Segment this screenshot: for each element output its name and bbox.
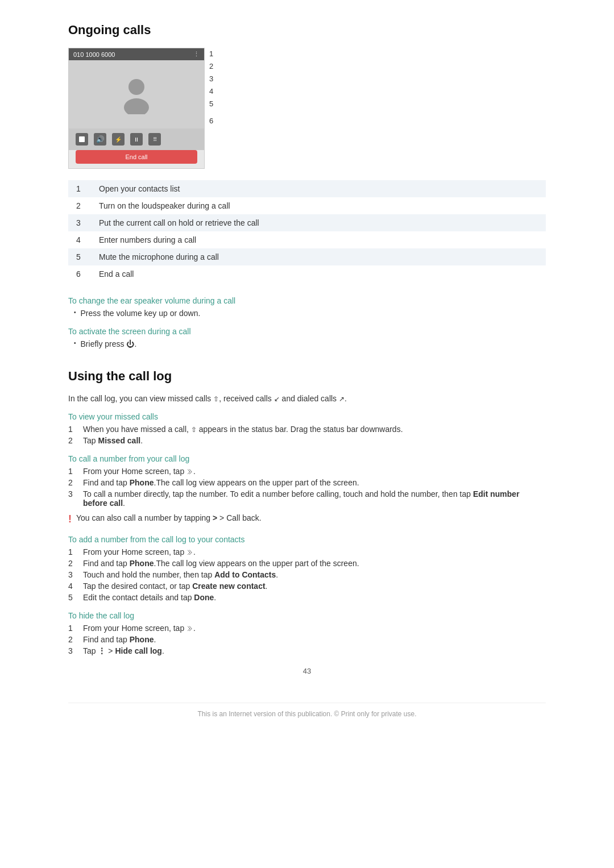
ear-speaker-text: Press the volume key up or down. (81, 309, 201, 318)
call-back-note: ! You can also call a number by tapping … (68, 513, 546, 526)
marker-3: 3 (209, 73, 213, 85)
bullet-dot-1: • (74, 309, 76, 315)
add-to-contacts-list: 1 From your Home screen, tap ⨠. 2 Find a… (68, 547, 546, 602)
row-number: 3 (68, 214, 91, 231)
row-text: Open your contacts list (91, 180, 546, 197)
screen-activate-text: Briefly press ⏻. (81, 339, 137, 348)
row-text: Mute the microphone during a call (91, 248, 546, 265)
list-item: 3 Tap ⋮ > Hide call log. (68, 646, 546, 655)
contacts-icon (76, 133, 88, 146)
phone-menu-icon: ⋮ (193, 51, 200, 58)
ear-speaker-bullet: • Press the volume key up or down. (74, 309, 546, 318)
note-text: You can also call a number by tapping > … (76, 513, 262, 522)
phone-mockup: 010 1000 6000 ⋮ 🔊 ⚡ (68, 48, 205, 169)
hide-call-log-heading: To hide the call log (68, 611, 546, 620)
svg-point-1 (124, 98, 149, 114)
dialed-call-icon: ↗ (339, 395, 345, 403)
svg-rect-2 (79, 136, 85, 142)
end-call-button: End call (76, 150, 197, 164)
marker-4: 4 (209, 85, 213, 98)
ear-speaker-subsection: To change the ear speaker volume during … (68, 296, 546, 318)
ongoing-calls-table: 1Open your contacts list2Turn on the lou… (68, 180, 546, 283)
phone-top-bar: 010 1000 6000 ⋮ (69, 48, 204, 60)
screen-activate-subsection: To activate the screen during a call • B… (68, 327, 546, 348)
marker-1: 1 (209, 48, 213, 60)
row-text: End a call (91, 265, 546, 283)
list-item: 2 Find and tap Phone.The call log view a… (68, 559, 546, 568)
row-number: 1 (68, 180, 91, 197)
phone-controls-row: 🔊 ⚡ ⏸ ⠿ (69, 128, 204, 150)
add-to-contacts-subsection: To add a number from the call log to you… (68, 535, 546, 602)
table-row: 5Mute the microphone during a call (68, 248, 546, 265)
hide-call-log-subsection: To hide the call log 1 From your Home sc… (68, 611, 546, 655)
ear-speaker-heading: To change the ear speaker volume during … (68, 296, 546, 305)
svg-point-0 (128, 79, 144, 95)
missed-calls-list: 1 When you have missed a call, ⇧ appears… (68, 425, 546, 445)
list-item: 3 To call a number directly, tap the num… (68, 489, 546, 508)
marker-6: 6 (209, 115, 213, 127)
pause-icon: ⏸ (130, 133, 143, 146)
marker-2: 2 (209, 60, 213, 73)
call-from-log-subsection: To call a number from your call log 1 Fr… (68, 454, 546, 526)
missed-calls-heading: To view your missed calls (68, 412, 546, 421)
list-item: 2 Find and tap Phone.The call log view a… (68, 478, 546, 487)
table-row: 6End a call (68, 265, 546, 283)
bullet-dot-2: • (74, 340, 76, 346)
missed-call-icon: ⇧ (213, 395, 219, 403)
phone-avatar-area (69, 60, 204, 128)
phone-number-markers: 1 2 3 4 5 6 (205, 48, 213, 144)
hide-call-log-list: 1 From your Home screen, tap ⨠. 2 Find a… (68, 624, 546, 655)
keypad-icon: ⠿ (148, 133, 161, 146)
list-item: 1 From your Home screen, tap ⨠. (68, 467, 546, 476)
row-text: Turn on the loudspeaker during a call (91, 197, 546, 214)
list-item: 1 From your Home screen, tap ⨠. (68, 624, 546, 633)
screen-activate-bullet: • Briefly press ⏻. (74, 339, 546, 348)
call-log-intro: In the call log, you can view missed cal… (68, 394, 546, 403)
using-call-log-section: Using the call log In the call log, you … (68, 369, 546, 655)
phone-mockup-wrapper: 010 1000 6000 ⋮ 🔊 ⚡ (68, 48, 546, 180)
ongoing-calls-title: Ongoing calls (68, 23, 546, 38)
page-number: 43 (68, 667, 546, 675)
using-call-log-title: Using the call log (68, 369, 546, 384)
phone-number-display: 010 1000 6000 (73, 51, 115, 58)
missed-calls-subsection: To view your missed calls 1 When you hav… (68, 412, 546, 445)
row-number: 4 (68, 231, 91, 248)
call-from-log-heading: To call a number from your call log (68, 454, 546, 463)
avatar-silhouette (119, 74, 154, 114)
footer: This is an Internet version of this publ… (68, 703, 546, 718)
table-row: 2Turn on the loudspeaker during a call (68, 197, 546, 214)
note-exclamation-icon: ! (68, 513, 72, 526)
list-item: 1 From your Home screen, tap ⨠. (68, 547, 546, 556)
table-row: 1Open your contacts list (68, 180, 546, 197)
footer-copyright: This is an Internet version of this publ… (197, 710, 416, 718)
table-row: 4Enter numbers during a call (68, 231, 546, 248)
list-item: 1 When you have missed a call, ⇧ appears… (68, 425, 546, 434)
speaker-icon: 🔊 (94, 133, 106, 146)
screen-activate-heading: To activate the screen during a call (68, 327, 546, 336)
list-item: 4 Tap the desired contact, or tap Create… (68, 582, 546, 591)
row-text: Put the current call on hold or retrieve… (91, 214, 546, 231)
table-row: 3Put the current call on hold or retriev… (68, 214, 546, 231)
row-number: 6 (68, 265, 91, 283)
list-item: 2 Tap Missed call. (68, 436, 546, 445)
row-number: 5 (68, 248, 91, 265)
list-item: 3 Touch and hold the number, then tap Ad… (68, 570, 546, 579)
ongoing-calls-section: Ongoing calls 010 1000 6000 ⋮ (68, 23, 546, 348)
received-call-icon: ↙ (274, 395, 280, 403)
row-text: Enter numbers during a call (91, 231, 546, 248)
add-to-contacts-heading: To add a number from the call log to you… (68, 535, 546, 544)
marker-5: 5 (209, 98, 213, 110)
end-call-label: End call (125, 153, 147, 160)
list-item: 5 Edit the contact details and tap Done. (68, 593, 546, 602)
hold-icon: ⚡ (112, 133, 125, 146)
list-item: 2 Find and tap Phone. (68, 635, 546, 644)
row-number: 2 (68, 197, 91, 214)
call-from-log-list: 1 From your Home screen, tap ⨠. 2 Find a… (68, 467, 546, 508)
